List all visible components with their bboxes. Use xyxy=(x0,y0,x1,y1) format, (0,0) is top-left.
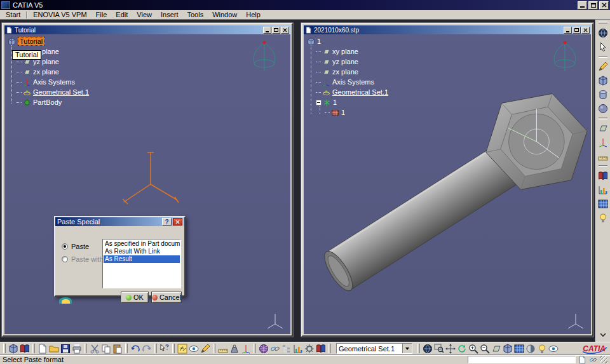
dialog-titlebar[interactable]: Paste Special ? xyxy=(55,217,184,226)
app-maximize-button[interactable] xyxy=(588,1,598,10)
paste-format-list[interactable]: As specified in Part document As Result … xyxy=(102,239,181,288)
menu-start[interactable]: Start xyxy=(1,10,25,20)
tree-node-body-1[interactable]: 1 xyxy=(316,97,388,107)
swap-visible-space-icon[interactable] xyxy=(548,344,559,354)
paste-icon[interactable] xyxy=(112,344,123,354)
axis-system-icon[interactable] xyxy=(598,137,608,147)
redo-icon[interactable] xyxy=(142,344,152,354)
menu-insert[interactable]: Insert xyxy=(156,10,183,20)
catalog-icon[interactable] xyxy=(316,344,326,354)
combobox-dropdown-button[interactable] xyxy=(402,344,412,353)
open-icon[interactable] xyxy=(49,344,59,354)
rotate-icon[interactable] xyxy=(457,344,467,354)
shading-icon[interactable] xyxy=(525,344,536,354)
new-document-icon[interactable] xyxy=(37,344,48,354)
ok-button[interactable]: OK xyxy=(121,292,149,303)
fly-mode-icon[interactable] xyxy=(423,344,433,354)
menu-tools[interactable]: Tools xyxy=(182,10,208,20)
normal-view-icon[interactable] xyxy=(491,344,501,354)
edit-icon[interactable] xyxy=(200,344,210,354)
tree-node-root[interactable]: 1 xyxy=(307,36,388,46)
more-tools-chevron-icon[interactable] xyxy=(598,330,608,340)
tree-node-root[interactable]: Tutorial xyxy=(8,36,89,46)
tree-node-solid-1[interactable]: 1 xyxy=(325,107,388,118)
window-restore-button[interactable] xyxy=(573,27,581,34)
tree-node-zx-plane[interactable]: zx plane xyxy=(316,67,388,77)
analysis-icon[interactable] xyxy=(293,344,303,354)
tree-node-xy-plane[interactable]: xy plane xyxy=(316,46,388,57)
tree-node-zx-plane[interactable]: zx plane xyxy=(17,67,89,77)
window-minimize-button[interactable] xyxy=(263,27,271,34)
dialog-close-button[interactable] xyxy=(173,218,182,226)
structure-tree-icon[interactable] xyxy=(281,344,292,354)
whats-this-icon[interactable] xyxy=(159,344,170,354)
menu-edit[interactable]: Edit xyxy=(111,10,132,20)
tree-node-partbody[interactable]: PartBody xyxy=(17,97,89,107)
hide-show-icon[interactable] xyxy=(537,344,547,354)
options-icon[interactable] xyxy=(304,344,315,354)
fit-all-in-icon[interactable] xyxy=(434,344,444,354)
copy-icon[interactable] xyxy=(101,344,111,354)
sphere-icon[interactable] xyxy=(598,104,608,114)
cancel-button[interactable]: Cancel xyxy=(151,292,182,303)
formula-icon[interactable] xyxy=(177,344,187,354)
save-icon[interactable] xyxy=(60,344,71,354)
measure-icon[interactable] xyxy=(598,151,608,161)
status-doc-icon[interactable] xyxy=(578,356,586,364)
grid-icon[interactable] xyxy=(514,344,524,354)
view-compass[interactable] xyxy=(549,38,581,72)
status-link-icon[interactable] xyxy=(589,356,597,364)
tree-node-axis-systems[interactable]: Axis Systems xyxy=(17,77,89,87)
paste-radio[interactable]: Paste xyxy=(62,243,89,250)
resize-grip[interactable] xyxy=(600,356,607,363)
tree-node-geometrical-set[interactable]: Geometrical Set.1 xyxy=(316,87,388,97)
window-minimize-button[interactable] xyxy=(564,27,572,34)
window-close-button[interactable] xyxy=(581,27,590,34)
light-icon[interactable] xyxy=(598,213,608,223)
menu-enovia[interactable]: ENOVIA V5 VPM xyxy=(29,10,91,20)
tutorial-window-titlebar[interactable]: Tutorial xyxy=(4,25,290,34)
app-minimize-button[interactable] xyxy=(578,1,587,10)
menu-help[interactable]: Help xyxy=(241,10,265,20)
zoom-in-icon[interactable] xyxy=(468,344,478,354)
app-close-button[interactable] xyxy=(599,1,609,10)
tree-node-geometrical-set[interactable]: Geometrical Set.1 xyxy=(17,87,89,97)
stp-window-titlebar[interactable]: 2021010x60.stp xyxy=(304,25,591,34)
view-compass[interactable] xyxy=(248,38,280,72)
stp-viewport[interactable]: 1 xy plane yz plane zx plane xyxy=(304,34,591,334)
enovia-icon[interactable] xyxy=(20,344,30,354)
collapse-toggle[interactable] xyxy=(316,100,322,105)
tree-node-axis-systems[interactable]: Axis Systems xyxy=(316,77,388,87)
pan-icon[interactable] xyxy=(445,344,456,354)
link-manager-icon[interactable] xyxy=(270,344,280,354)
menu-file[interactable]: File xyxy=(92,10,112,20)
list-option[interactable]: As specified in Part document xyxy=(104,240,180,248)
grid-icon[interactable] xyxy=(598,199,608,209)
workbench-icon[interactable] xyxy=(8,344,18,354)
menu-window[interactable]: Window xyxy=(208,10,241,20)
sketcher-icon[interactable] xyxy=(598,62,608,72)
dialog-help-button[interactable]: ? xyxy=(162,218,172,226)
zoom-out-icon[interactable] xyxy=(480,344,490,354)
window-restore-button[interactable] xyxy=(272,27,280,34)
cut-icon[interactable] xyxy=(90,344,100,354)
undo-icon[interactable] xyxy=(130,344,140,354)
app-titlebar[interactable]: CATIA V5 xyxy=(0,0,610,10)
shaft-icon[interactable] xyxy=(598,90,608,100)
list-option[interactable]: As Result With Link xyxy=(104,248,180,255)
power-input-field[interactable] xyxy=(468,356,576,363)
www-icon[interactable] xyxy=(259,344,269,354)
print-icon[interactable] xyxy=(72,344,82,354)
knowledge-icon[interactable] xyxy=(189,344,199,354)
mass-properties-icon[interactable] xyxy=(229,344,240,354)
active-object-combobox[interactable]: Geometrical Set.1 xyxy=(336,343,412,354)
space-mode-icon[interactable] xyxy=(598,28,608,38)
iso-view-icon[interactable] xyxy=(503,344,513,354)
list-option-selected[interactable]: As Result xyxy=(104,255,180,263)
window-close-button[interactable] xyxy=(281,27,289,34)
plane-tool-icon[interactable] xyxy=(598,123,608,133)
analysis-icon[interactable] xyxy=(598,185,608,195)
menu-view[interactable]: View xyxy=(132,10,156,20)
toolbar-drag-handle[interactable] xyxy=(599,22,607,24)
toolbar-drag-handle[interactable] xyxy=(3,344,6,353)
